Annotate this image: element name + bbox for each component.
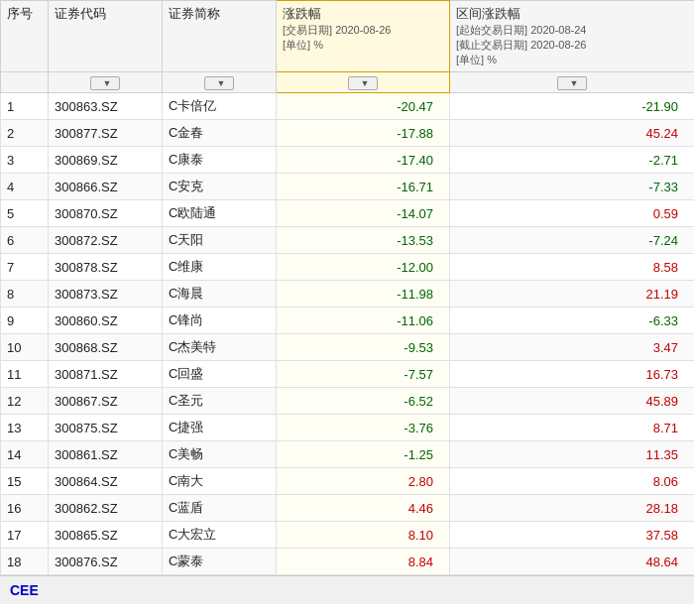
- cell-seq: 17: [1, 522, 49, 549]
- cell-range: 11.35: [450, 441, 695, 468]
- cell-seq: 16: [1, 495, 49, 522]
- cell-change: -1.25: [277, 441, 450, 468]
- cell-seq: 11: [1, 361, 49, 388]
- cell-name: C圣元: [163, 388, 277, 415]
- cell-change: -3.76: [277, 415, 450, 441]
- cell-range: 8.71: [450, 415, 695, 441]
- table-row: 11300871.SZC回盛-7.5716.73: [1, 361, 695, 388]
- table-row: 9300860.SZC锋尚-11.06-6.33: [1, 308, 695, 334]
- change-filter-dropdown[interactable]: [348, 76, 379, 90]
- cell-range: -6.33: [450, 308, 695, 334]
- cell-code: 300871.SZ: [49, 361, 163, 388]
- cell-seq: 14: [1, 441, 49, 468]
- header-range-label: 区间涨跌幅: [456, 5, 688, 23]
- table-row: 7300878.SZC维康-12.008.58: [1, 254, 695, 281]
- cell-range: 8.06: [450, 468, 695, 495]
- table-row: 13300875.SZC捷强-3.768.71: [1, 415, 695, 441]
- header-code: 证券代码: [49, 1, 163, 72]
- table-row: 6300872.SZC天阳-13.53-7.24: [1, 227, 695, 254]
- cell-range: 21.19: [450, 281, 695, 308]
- header-range-start: [起始交易日期] 2020-08-24: [456, 23, 688, 38]
- header-range: 区间涨跌幅 [起始交易日期] 2020-08-24 [截止交易日期] 2020-…: [450, 1, 695, 72]
- cell-seq: 1: [1, 93, 49, 120]
- cell-seq: 9: [1, 308, 49, 334]
- cell-name: C安克: [163, 174, 277, 200]
- header-change-filter-cell[interactable]: [277, 72, 450, 93]
- cell-change: -13.53: [277, 227, 450, 254]
- header-code-filter-cell[interactable]: [49, 72, 163, 93]
- cell-change: -9.53: [277, 334, 450, 361]
- header-change-date: [交易日期] 2020-08-26: [283, 23, 443, 38]
- footer-text: CEE: [10, 582, 39, 598]
- cell-seq: 6: [1, 227, 49, 254]
- header-range-end: [截止交易日期] 2020-08-26: [456, 38, 688, 53]
- header-range-unit: [单位] %: [456, 53, 688, 67]
- cell-range: 3.47: [450, 334, 695, 361]
- header-change: 涨跌幅 [交易日期] 2020-08-26 [单位] %: [277, 1, 450, 72]
- cell-name: C蒙泰: [163, 549, 277, 575]
- data-table: 序号 证券代码 证券简称 涨跌幅 [交易日期] 2020-08-26 [单位] …: [0, 0, 694, 575]
- cell-range: 45.89: [450, 388, 695, 415]
- cell-range: 28.18: [450, 495, 695, 522]
- cell-name: C捷强: [163, 415, 277, 441]
- table-row: 4300866.SZC安克-16.71-7.33: [1, 174, 695, 200]
- cell-change: -11.98: [277, 281, 450, 308]
- cell-change: -12.00: [277, 254, 450, 281]
- cell-range: 8.58: [450, 254, 695, 281]
- cell-name: C回盛: [163, 361, 277, 388]
- cell-code: 300862.SZ: [49, 495, 163, 522]
- cell-change: 4.46: [277, 495, 450, 522]
- cell-range: -21.90: [450, 93, 695, 120]
- cell-code: 300866.SZ: [49, 174, 163, 200]
- cell-code: 300870.SZ: [49, 200, 163, 227]
- table-row: 12300867.SZC圣元-6.5245.89: [1, 388, 695, 415]
- cell-name: C海晨: [163, 281, 277, 308]
- cell-code: 300864.SZ: [49, 468, 163, 495]
- cell-seq: 5: [1, 200, 49, 227]
- cell-range: -7.24: [450, 227, 695, 254]
- table-row: 17300865.SZC大宏立8.1037.58: [1, 522, 695, 549]
- cell-name: C欧陆通: [163, 200, 277, 227]
- cell-range: 37.58: [450, 522, 695, 549]
- cell-seq: 10: [1, 334, 49, 361]
- header-range-filter-cell[interactable]: [450, 72, 695, 93]
- header-name-label: 证券简称: [169, 6, 220, 21]
- cell-range: -7.33: [450, 174, 695, 200]
- cell-seq: 4: [1, 174, 49, 200]
- name-filter-dropdown[interactable]: [204, 76, 235, 90]
- cell-name: C天阳: [163, 227, 277, 254]
- header-seq-filter: [1, 72, 49, 93]
- cell-range: 16.73: [450, 361, 695, 388]
- cell-change: 8.84: [277, 549, 450, 575]
- cell-range: 45.24: [450, 120, 695, 147]
- cell-seq: 12: [1, 388, 49, 415]
- range-filter-dropdown[interactable]: [557, 76, 588, 90]
- table-container: 序号 证券代码 证券简称 涨跌幅 [交易日期] 2020-08-26 [单位] …: [0, 0, 694, 575]
- cell-name: C锋尚: [163, 308, 277, 334]
- cell-change: -16.71: [277, 174, 450, 200]
- cell-code: 300872.SZ: [49, 227, 163, 254]
- cell-change: 8.10: [277, 522, 450, 549]
- cell-code: 300863.SZ: [49, 93, 163, 120]
- code-filter-dropdown[interactable]: [90, 76, 121, 90]
- table-row: 2300877.SZC金春-17.8845.24: [1, 120, 695, 147]
- header-change-label: 涨跌幅: [283, 5, 443, 23]
- cell-code: 300877.SZ: [49, 120, 163, 147]
- header-name: 证券简称: [163, 1, 277, 72]
- cell-seq: 2: [1, 120, 49, 147]
- cell-seq: 15: [1, 468, 49, 495]
- table-row: 5300870.SZC欧陆通-14.070.59: [1, 200, 695, 227]
- cell-code: 300869.SZ: [49, 147, 163, 174]
- header-change-unit: [单位] %: [283, 38, 443, 53]
- cell-change: 2.80: [277, 468, 450, 495]
- header-name-filter-cell[interactable]: [163, 72, 277, 93]
- header-code-label: 证券代码: [55, 6, 106, 21]
- cell-range: -2.71: [450, 147, 695, 174]
- table-row: 8300873.SZC海晨-11.9821.19: [1, 281, 695, 308]
- cell-code: 300860.SZ: [49, 308, 163, 334]
- cell-change: -20.47: [277, 93, 450, 120]
- cell-seq: 18: [1, 549, 49, 575]
- cell-name: C蓝盾: [163, 495, 277, 522]
- cell-name: C卡倍亿: [163, 93, 277, 120]
- cell-code: 300865.SZ: [49, 522, 163, 549]
